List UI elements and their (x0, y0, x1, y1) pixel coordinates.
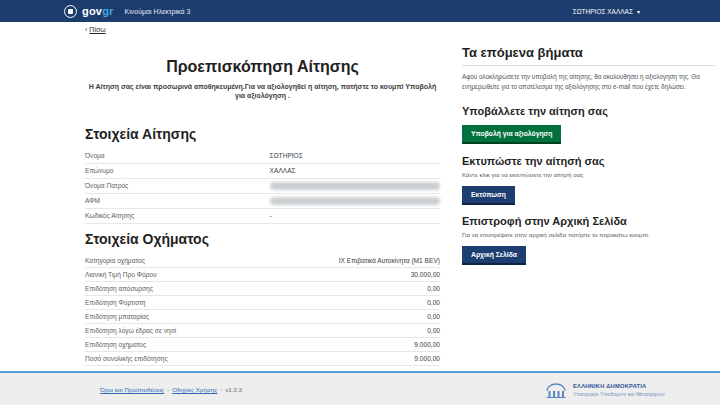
row-value: ΣΩΤΗΡΙΟΣ (270, 152, 440, 159)
table-row: Επιδότηση οχήματος 9.000,00 (85, 338, 440, 352)
row-value: 0,00 (427, 327, 440, 334)
page-subtitle: Η Αίτηση σας είναι προσωρινά αποθηκευμέν… (89, 82, 437, 101)
table-row: ΑΦΜ (85, 194, 440, 209)
row-label: Όνομα Πατρός (85, 182, 270, 189)
row-label: Ποσό συνολικής επιδότησης (85, 355, 414, 362)
row-label: ΑΦΜ (85, 197, 270, 204)
print-section-heading: Εκτυπώστε την αίτησή σας (462, 155, 715, 167)
row-value (270, 197, 440, 205)
next-steps-text: Αφού ολοκληρώσετε την υποβολή της αίτηση… (462, 72, 715, 92)
gov-text: gov (82, 5, 102, 17)
back-arrow-icon: ‹ (85, 26, 87, 33)
top-header: govgr Κινούμαι Ηλεκτρικά 3 ΣΩΤΗΡΙΟΣ ΧΑΛΛ… (0, 0, 720, 22)
terms-and-conditions-link[interactable]: Όροι και Προϋποθέσεις (100, 386, 164, 393)
row-label: Κατηγορία οχήματος (85, 257, 339, 264)
chevron-down-icon: ▾ (637, 8, 640, 15)
row-value: 0,00 (427, 299, 440, 306)
govgr-logo[interactable]: govgr Κινούμαι Ηλεκτρικά 3 (64, 5, 190, 18)
row-label: Επιδότηση οχήματος (85, 341, 414, 348)
app-name: Κινούμαι Ηλεκτρικά 3 (125, 8, 191, 15)
divider (462, 65, 715, 66)
table-row: Κατηγορία οχήματος ΙΧ Επιβατικά Αυτοκίνη… (85, 254, 440, 268)
row-label: Επιδότηση μπαταρίας (85, 313, 427, 320)
ministry-label: Υπουργείο Υποδομών και Μεταφορών (573, 391, 665, 397)
home-section-heading: Επιστροφή στην Αρχική Σελίδα (462, 215, 715, 227)
row-label: Επιδότηση Φορτιστή (85, 299, 427, 306)
greek-emblem-icon (64, 5, 77, 18)
row-value: 0,00 (427, 313, 440, 320)
next-steps-panel: Τα επόμενα βήματα Αφού ολοκληρώσετε την … (462, 45, 715, 263)
row-value: ΙΧ Επιβατικά Αυτοκίνητα (Μ1 BEV) (339, 257, 440, 264)
footer: Όροι και Προϋποθέσεις-Οδηγίες Χρήσης-v1.… (0, 371, 720, 405)
table-row: Όνομα Πατρός (85, 179, 440, 194)
row-value: - (270, 212, 440, 219)
row-label: Κωδικός Αίτησης (85, 212, 270, 219)
table-row: Επιδότηση μπαταρίας 0,00 (85, 310, 440, 324)
table-row: Κωδικός Αίτησης - (85, 209, 440, 224)
greek-emblem-core (68, 9, 73, 14)
row-value (270, 182, 440, 190)
user-guide-link[interactable]: Οδηγίες Χρήσης (172, 386, 217, 393)
table-row: Επιδότηση Φορτιστή 0,00 (85, 296, 440, 310)
user-menu[interactable]: ΣΩΤΗΡΙΟΣ ΧΑΛΛΑΣ ▾ (573, 8, 640, 15)
row-value: 0,00 (427, 285, 440, 292)
application-preview-panel: Προεπισκόπηση Αίτησης Η Αίτηση σας είναι… (85, 40, 440, 366)
gr-text: gr (102, 5, 113, 17)
table-row: Επώνυμο ΧΑΛΛΑΣ (85, 164, 440, 179)
table-row: Επιδότηση λόγω έδρας σε νησί 0,00 (85, 324, 440, 338)
row-value: ΧΑΛΛΑΣ (270, 167, 440, 174)
separator: - (167, 386, 169, 393)
print-button[interactable]: Εκτύπωση (462, 186, 515, 203)
next-steps-heading: Τα επόμενα βήματα (462, 45, 715, 60)
home-section-text: Για να επιστρέψετε στην αρχική σελίδα πα… (462, 231, 715, 238)
row-value: 9.000,00 (414, 341, 440, 348)
print-section-text: Κάντε κλικ για να εκτυπώσετε την αίτησή … (462, 171, 715, 178)
table-row: Όνομα ΣΩΤΗΡΙΟΣ (85, 149, 440, 164)
application-details-table: Όνομα ΣΩΤΗΡΙΟΣ Επώνυμο ΧΑΛΛΑΣ Όνομα Πατρ… (85, 149, 440, 224)
row-label: Λιανική Τιμή Προ Φόρου (85, 271, 411, 278)
row-label: Επιδότηση λόγω έδρας σε νησί (85, 327, 427, 334)
hellenic-republic-brand: ΕΛΛΗΝΙΚΗ ΔΗΜΟΚΡΑΤΙΑ Υπουργείο Υποδομών κ… (545, 383, 665, 398)
back-link-label: Πίσω (89, 26, 105, 33)
govgr-wordmark: govgr (82, 5, 114, 17)
hellenic-republic-label: ΕΛΛΗΝΙΚΗ ΔΗΜΟΚΡΑΤΙΑ (573, 383, 665, 389)
vehicle-details-heading: Στοιχεία Οχήματος (85, 231, 440, 247)
vehicle-details-table: Κατηγορία οχήματος ΙΧ Επιβατικά Αυτοκίνη… (85, 254, 440, 366)
table-row: Ποσό συνολικής επιδότησης 9.000,00 (85, 352, 440, 366)
row-label: Επιδότηση απόσυρσης (85, 285, 427, 292)
application-details-heading: Στοιχεία Αίτησης (85, 126, 440, 142)
user-name: ΣΩΤΗΡΙΟΣ ΧΑΛΛΑΣ (573, 8, 633, 15)
submit-for-evaluation-button[interactable]: Υποβολή για αξιολόγηση (462, 125, 561, 142)
footer-links: Όροι και Προϋποθέσεις-Οδηγίες Χρήσης-v1.… (100, 386, 242, 393)
row-label: Επώνυμο (85, 167, 270, 174)
row-value: 9.000,00 (414, 355, 440, 362)
home-page-button[interactable]: Αρχική Σελίδα (462, 246, 526, 263)
hellenic-republic-emblem-icon (545, 383, 567, 398)
separator: - (220, 386, 222, 393)
row-value: 30.000,00 (411, 271, 440, 278)
page-title: Προεπισκόπηση Αίτησης (85, 58, 440, 76)
back-link[interactable]: ‹Πίσω (85, 26, 106, 33)
table-row: Επιδότηση απόσυρσης 0,00 (85, 282, 440, 296)
submit-section-heading: Υποβάλλετε την αίτηση σας (462, 105, 715, 117)
version-label: v1.0.3 (225, 386, 242, 393)
footer-brand-text: ΕΛΛΗΝΙΚΗ ΔΗΜΟΚΡΑΤΙΑ Υπουργείο Υποδομών κ… (573, 383, 665, 397)
row-label: Όνομα (85, 152, 270, 159)
table-row: Λιανική Τιμή Προ Φόρου 30.000,00 (85, 268, 440, 282)
